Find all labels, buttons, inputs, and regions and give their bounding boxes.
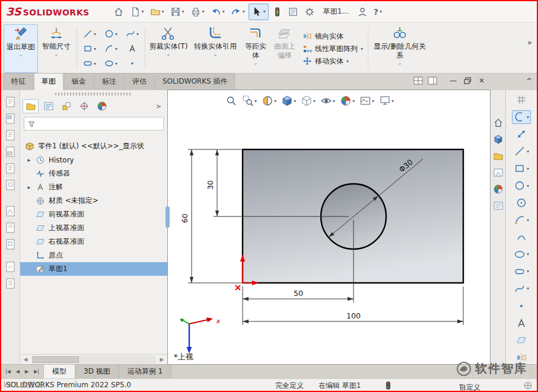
open-button[interactable]: ▾ — [148, 4, 167, 20]
dropdown-icon[interactable]: ▾ — [294, 98, 296, 104]
rectangle-tool[interactable]: ▾ — [79, 42, 100, 56]
tree-horizontal-scrollbar[interactable]: ◀ ▶ — [20, 354, 167, 364]
perimeter-circle-tool-button[interactable] — [515, 196, 527, 210]
scroll-right-button[interactable]: ▶ — [157, 356, 167, 362]
tab-feature-manager[interactable] — [23, 99, 39, 113]
tab-display-manager[interactable] — [94, 99, 110, 113]
grid-system-button[interactable] — [515, 93, 527, 107]
circle-tool[interactable]: ▾ — [100, 27, 122, 42]
tree-item-top-plane[interactable]: 上视基准面 — [20, 221, 167, 235]
surface-offset-button[interactable]: 曲面上偏移 — [270, 24, 299, 73]
dropdown-icon[interactable]: ▾ — [136, 31, 139, 37]
tree-item-sensors[interactable]: 传感器 — [20, 167, 167, 180]
tab-markup[interactable]: 标注 — [94, 73, 124, 90]
account-button[interactable] — [355, 4, 370, 20]
dropdown-icon[interactable]: ▾ — [459, 383, 461, 388]
dim-top-offset-text[interactable]: 30 — [206, 180, 215, 190]
dropdown-icon[interactable]: ▾ — [94, 46, 96, 52]
left-toolbar-icon[interactable] — [5, 146, 16, 158]
dropdown-icon[interactable]: ▾ — [263, 9, 266, 14]
dropdown-icon[interactable]: ⌄ — [18, 52, 23, 58]
dropdown-icon[interactable]: ▾ — [162, 9, 164, 14]
view-settings-button[interactable]: ▾ — [377, 94, 396, 108]
left-toolbar-icon[interactable] — [5, 162, 16, 174]
point-tool[interactable] — [122, 56, 143, 71]
dropdown-icon[interactable]: ▾ — [115, 46, 117, 52]
arc-tool-button[interactable]: ▾ — [514, 213, 529, 227]
tree-item-annotations[interactable]: ▸ 注解 — [20, 180, 167, 194]
dropdown-icon[interactable]: ⌄ — [54, 52, 59, 57]
dropdown-icon[interactable]: ▾ — [142, 9, 144, 14]
dropdown-icon[interactable]: ▾ — [274, 98, 276, 104]
plane-tool-button[interactable] — [515, 333, 527, 347]
text-tool[interactable] — [122, 42, 143, 56]
left-toolbar-icon[interactable] — [5, 96, 16, 108]
display-relations-button[interactable]: 显示/删除几何关系 ⌄ — [370, 24, 429, 73]
slot-tool[interactable]: ▾ — [79, 56, 100, 71]
dropdown-icon[interactable]: ▾ — [527, 286, 529, 291]
redo-button[interactable]: ▾ — [228, 4, 247, 20]
document-name[interactable]: 草图1... — [323, 7, 349, 17]
active-sketch-tool-button[interactable]: ▾ — [512, 110, 531, 124]
tree-item-part[interactable]: 零件1 (默认) <<默认>>_显示状 — [20, 139, 167, 153]
tree-item-sketch1[interactable]: 草图1 — [20, 262, 167, 276]
tab-sketch[interactable]: 草图 — [34, 73, 63, 90]
trim-entities-button[interactable]: 剪裁实体(T) ⌄ — [147, 24, 190, 73]
dim-center-x-text[interactable]: 50 — [294, 289, 303, 298]
task-home-icon[interactable] — [493, 117, 504, 128]
tab-3d-views[interactable]: 3D 视图 — [75, 365, 119, 378]
dim-width-text[interactable]: 100 — [346, 311, 361, 320]
dropdown-icon[interactable]: ▾ — [202, 9, 205, 14]
tree-item-history[interactable]: ▸ History — [20, 153, 167, 167]
display-style-button[interactable]: ▾ — [299, 94, 317, 108]
dropdown-icon[interactable]: ⌄ — [166, 52, 171, 57]
section-view-button[interactable]: ▾ — [260, 94, 278, 108]
scrollbar-thumb[interactable] — [33, 356, 79, 363]
tree-item-front-plane[interactable]: 前视基准面 — [20, 208, 167, 221]
performance-button[interactable] — [270, 4, 284, 20]
manager-tabs-expand[interactable]: > — [152, 103, 165, 110]
three-point-arc-tool-button[interactable] — [515, 231, 527, 244]
dropdown-icon[interactable]: ▾ — [243, 9, 245, 14]
restore-button[interactable] — [464, 77, 472, 84]
view-orientation-button[interactable]: ▾ — [279, 94, 298, 108]
dropdown-icon[interactable]: ▾ — [115, 61, 117, 66]
next-tab-button[interactable]: ▶ — [23, 368, 30, 375]
dropdown-icon[interactable]: ⌄ — [213, 52, 218, 57]
scroll-left-button[interactable]: ◀ — [20, 356, 31, 362]
tab-configuration-manager[interactable] — [58, 99, 74, 113]
left-toolbar-icon[interactable] — [5, 129, 16, 141]
dropdown-icon[interactable]: ▾ — [527, 166, 529, 171]
offset-entities-button[interactable]: 等距实体 ⌄ — [241, 24, 270, 73]
feature-tree-filter-input[interactable] — [39, 119, 160, 129]
tree-item-origin[interactable]: 原点 — [20, 248, 167, 262]
exit-sketch-button[interactable]: 退出草图 ⌄ — [4, 24, 38, 73]
dropdown-icon[interactable]: ▾ — [391, 98, 394, 104]
dropdown-icon[interactable]: ▾ — [313, 98, 316, 104]
left-toolbar-icon[interactable] — [5, 261, 16, 273]
left-toolbar-icon[interactable] — [5, 278, 16, 289]
minimize-button[interactable]: — — [450, 77, 457, 85]
dropdown-icon[interactable]: ▾ — [527, 183, 529, 189]
status-right-icon[interactable] — [524, 381, 532, 391]
dropdown-icon[interactable]: ▾ — [380, 9, 382, 14]
smart-dimension-button[interactable]: 智能尺寸 ⌄ — [38, 24, 75, 73]
zoom-area-button[interactable]: ▾ — [240, 94, 259, 108]
apply-scene-button[interactable]: ▾ — [358, 94, 376, 108]
spline-tool-button[interactable]: ▾ — [514, 282, 529, 295]
tab-dimxpert-manager[interactable] — [76, 99, 92, 113]
task-3d-content-icon[interactable] — [493, 134, 504, 145]
collapse-ribbon-button[interactable]: ^ — [526, 77, 532, 85]
viewport-layout-icon[interactable] — [413, 77, 423, 85]
dropdown-icon[interactable]: ▾ — [254, 98, 257, 104]
task-design-library-icon[interactable] — [493, 151, 504, 161]
move-entities-button[interactable]: 移动实体 ▾ — [303, 56, 363, 66]
left-toolbar-icon[interactable] — [5, 179, 16, 191]
pane-icon[interactable] — [428, 77, 437, 85]
tab-motion-study[interactable]: 运动算例 1 — [119, 365, 171, 378]
tab-solidworks-addins[interactable]: SOLIDWORKS 插件 — [155, 73, 235, 90]
dimension-tool-button[interactable] — [515, 128, 527, 141]
ellipse-tool-button[interactable]: ▾ — [514, 247, 529, 261]
dropdown-icon[interactable]: ⌄ — [253, 60, 258, 66]
dropdown-icon[interactable]: ▾ — [527, 218, 529, 223]
